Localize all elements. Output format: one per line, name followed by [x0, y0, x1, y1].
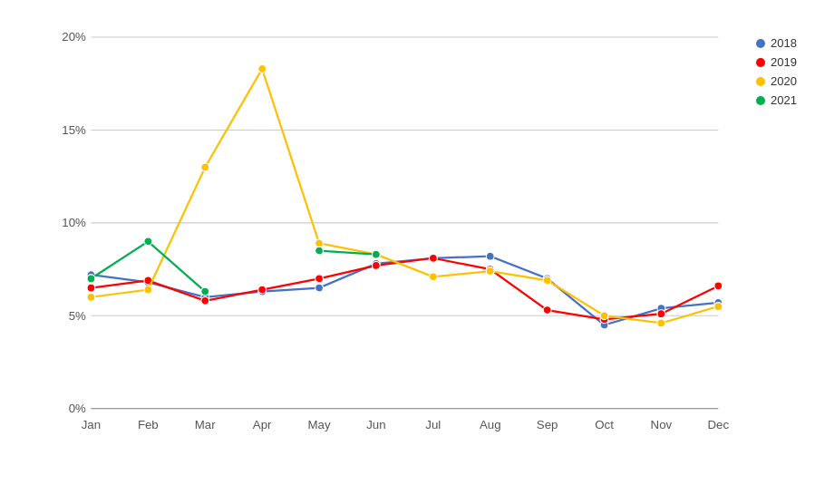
svg-text:Apr: Apr	[253, 418, 272, 431]
legend-label: 2019	[771, 55, 797, 69]
svg-point-39	[315, 275, 324, 283]
legend-label: 2020	[771, 74, 797, 88]
svg-point-49	[201, 163, 209, 171]
svg-text:5%: 5%	[69, 309, 86, 323]
chart-container: 0%5%10%15%20%JanFebMarAprMayJunJulAugSep…	[0, 0, 815, 504]
svg-text:15%: 15%	[62, 123, 86, 137]
legend-item-2018: 2018	[756, 36, 806, 50]
chart-area: 0%5%10%15%20%JanFebMarAprMayJunJulAugSep…	[9, 27, 806, 459]
svg-text:10%: 10%	[62, 216, 86, 229]
y-axis-label	[9, 27, 27, 459]
svg-text:May: May	[307, 418, 330, 431]
chart-svg: 0%5%10%15%20%JanFebMarAprMayJunJulAugSep…	[32, 27, 742, 459]
svg-point-63	[372, 250, 380, 258]
svg-point-35	[87, 284, 95, 292]
svg-point-54	[486, 267, 494, 276]
legend-dot	[756, 77, 765, 86]
legend-dot	[756, 58, 765, 67]
legend-item-2020: 2020	[756, 74, 806, 88]
legend-dot	[756, 96, 765, 105]
svg-text:Oct: Oct	[595, 418, 614, 431]
svg-point-46	[714, 282, 723, 290]
svg-point-59	[87, 275, 95, 283]
svg-point-62	[315, 247, 324, 255]
svg-point-48	[144, 286, 152, 294]
svg-point-41	[429, 254, 437, 262]
svg-point-40	[372, 262, 380, 270]
legend-item-2019: 2019	[756, 55, 806, 69]
legend-item-2021: 2021	[756, 93, 806, 107]
svg-point-51	[315, 239, 324, 247]
legend: 2018201920202021	[742, 27, 806, 459]
svg-text:Jul: Jul	[425, 418, 441, 431]
svg-point-30	[486, 252, 494, 260]
svg-point-37	[201, 296, 209, 305]
svg-point-38	[258, 286, 267, 294]
svg-point-27	[315, 284, 324, 292]
legend-label: 2018	[771, 36, 797, 50]
svg-point-43	[543, 306, 551, 315]
svg-text:Feb: Feb	[138, 418, 159, 431]
svg-point-56	[600, 312, 608, 320]
svg-text:Dec: Dec	[708, 418, 730, 431]
svg-text:20%: 20%	[62, 30, 86, 44]
svg-text:Nov: Nov	[651, 418, 673, 431]
svg-text:Aug: Aug	[480, 418, 501, 431]
svg-text:Sep: Sep	[537, 418, 558, 431]
legend-dot	[756, 39, 765, 48]
svg-text:0%: 0%	[69, 402, 86, 415]
svg-point-55	[543, 276, 551, 285]
svg-text:Jun: Jun	[366, 418, 385, 431]
legend-label: 2021	[771, 93, 797, 107]
svg-point-57	[657, 319, 665, 327]
svg-point-50	[258, 64, 267, 73]
svg-point-53	[429, 273, 437, 281]
svg-point-47	[87, 293, 95, 301]
svg-point-45	[657, 310, 665, 318]
svg-point-61	[201, 287, 209, 296]
svg-point-60	[144, 237, 152, 246]
svg-text:Mar: Mar	[195, 418, 216, 431]
chart-inner: 0%5%10%15%20%JanFebMarAprMayJunJulAugSep…	[32, 27, 742, 459]
svg-text:Jan: Jan	[82, 418, 101, 431]
svg-point-58	[714, 303, 723, 311]
